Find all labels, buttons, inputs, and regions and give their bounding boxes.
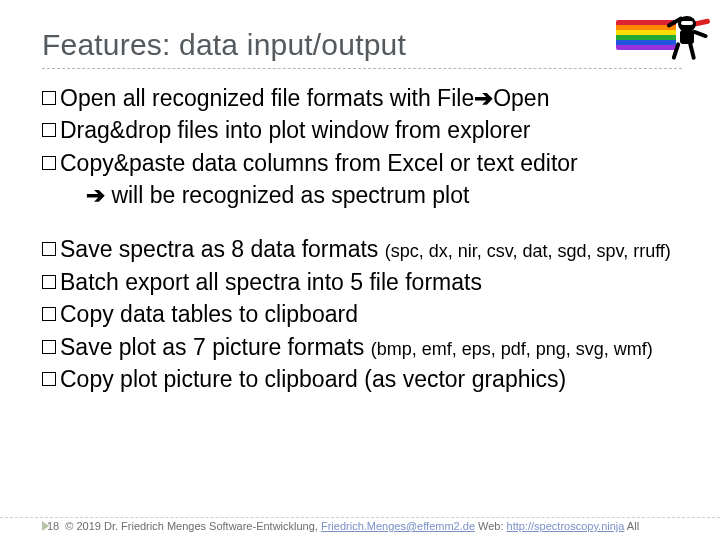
bullet-box-icon	[42, 372, 56, 386]
bullet-list: Open all recognized file formats with Fi…	[42, 83, 692, 394]
arrow-right-icon: ➔	[474, 85, 493, 111]
bullet-lead: Open	[60, 85, 116, 111]
bullet-item: Copy plot picture to clipboard (as vecto…	[42, 364, 692, 394]
bullet-text: will be recognized as spectrum plot	[105, 182, 469, 208]
bullet-text: export all spectra into 5 file formats	[119, 269, 482, 295]
footer-copyright: © 2019 Dr. Friedrich Menges Software-Ent…	[65, 520, 321, 532]
bullet-item: Save spectra as 8 data formats (spc, dx,…	[42, 234, 692, 264]
footer-web-link[interactable]: http://spectroscopy.ninja	[507, 520, 625, 532]
footer-tail: All	[624, 520, 639, 532]
bullet-small: (bmp, emf, eps, pdf, png, svg, wmf)	[371, 339, 653, 359]
arrow-right-icon: ➔	[86, 182, 105, 208]
bullet-text: spectra as 8 data formats	[112, 236, 384, 262]
footer-email-link[interactable]: Friedrich.Menges@effemm2.de	[321, 520, 475, 532]
footer-mid: Web:	[475, 520, 507, 532]
bullet-item: Batch export all spectra into 5 file for…	[42, 267, 692, 297]
bullet-text: plot picture to clipboard (as vector gra…	[114, 366, 567, 392]
bullet-text: all recognized file formats with File	[116, 85, 474, 111]
bullet-item: Open all recognized file formats with Fi…	[42, 83, 692, 113]
bullet-text: plot as 7 picture formats	[112, 334, 370, 360]
bullet-box-icon	[42, 242, 56, 256]
ninja-rainbow-logo	[616, 4, 712, 68]
bullet-small: (spc, dx, nir, csv, dat, sgd, spv, rruff…	[385, 241, 671, 261]
bullet-box-icon	[42, 91, 56, 105]
bullet-item: Drag&drop files into plot window from ex…	[42, 115, 692, 145]
bullet-text: data tables to clipboard	[114, 301, 358, 327]
page-number: 18	[47, 520, 59, 532]
bullet-lead: Save	[60, 236, 112, 262]
bullet-tail: Open	[493, 85, 549, 111]
bullet-item: Copy&paste data columns from Excel or te…	[42, 148, 692, 178]
bullet-text: files into plot window from explorer	[171, 117, 530, 143]
bullet-lead: Copy	[60, 301, 114, 327]
bullet-lead: Save	[60, 334, 112, 360]
bullet-box-icon	[42, 307, 56, 321]
slide-title: Features: data input/output	[42, 28, 692, 62]
bullet-box-icon	[42, 340, 56, 354]
bullet-subline: ➔ will be recognized as spectrum plot	[42, 180, 692, 210]
bullet-text: data columns from Excel or text editor	[185, 150, 577, 176]
bullet-box-icon	[42, 123, 56, 137]
bullet-item: Save plot as 7 picture formats (bmp, emf…	[42, 332, 692, 362]
bullet-lead: Copy	[60, 366, 114, 392]
bullet-box-icon	[42, 156, 56, 170]
bullet-box-icon	[42, 275, 56, 289]
title-divider	[42, 68, 682, 69]
bullet-lead: Batch	[60, 269, 119, 295]
footer: 18© 2019 Dr. Friedrich Menges Software-E…	[0, 517, 720, 532]
ninja-icon	[660, 6, 712, 66]
bullet-lead: Drag&drop	[60, 117, 171, 143]
bullet-item: Copy data tables to clipboard	[42, 299, 692, 329]
bullet-lead: Copy&paste	[60, 150, 185, 176]
